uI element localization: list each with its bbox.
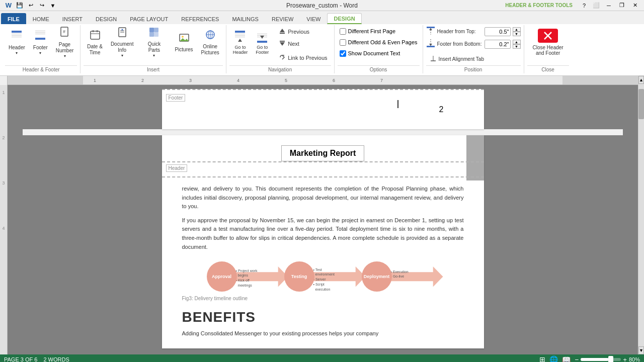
header-top-decrement[interactable]: ▼ [513, 32, 521, 36]
next-icon [279, 40, 286, 48]
svg-rect-29 [235, 34, 245, 34]
tab-view[interactable]: VIEW [300, 13, 327, 24]
print-layout-view-button[interactable]: ⊞ [539, 355, 545, 362]
scroll-down-button[interactable]: ▼ [638, 346, 644, 354]
online-pictures-button[interactable]: OnlinePictures [198, 26, 223, 58]
web-layout-view-button[interactable]: 🌐 [549, 355, 558, 362]
scroll-up-button[interactable]: ▲ [638, 76, 644, 84]
svg-text:#: # [63, 29, 65, 34]
minimize-button[interactable]: ─ [604, 2, 614, 10]
tab-mailings[interactable]: MAILINGS [225, 13, 265, 24]
insert-alignment-tab-button[interactable]: Insert Alignment Tab [426, 53, 521, 64]
svg-rect-33 [257, 41, 267, 43]
save-button[interactable]: 💾 [15, 1, 24, 10]
redo-button[interactable]: ↪ [37, 1, 46, 10]
date-time-button[interactable]: Date &Time [84, 26, 106, 58]
options-content: Different First Page Different Odd & Eve… [338, 26, 420, 64]
page-scroll[interactable]: Footer 2 Marketing Report [8, 85, 638, 354]
tab-insert[interactable]: INSERT [56, 13, 89, 24]
page-3-top: Marketing Report [162, 135, 484, 161]
zoom-slider-thumb[interactable] [608, 356, 613, 362]
svg-rect-34 [257, 34, 267, 34]
word-logo-icon: W [4, 1, 13, 10]
svg-rect-5 [35, 32, 45, 33]
svg-rect-45 [427, 46, 435, 47]
page-number-display: 2 [182, 95, 464, 124]
go-to-footer-button[interactable]: Go toFooter [252, 26, 272, 58]
show-document-text-checkbox[interactable] [340, 50, 346, 57]
next-button[interactable]: Next [275, 38, 331, 49]
footer-bottom-increment[interactable]: ▲ [513, 40, 521, 44]
header-top-increment[interactable]: ▲ [513, 27, 521, 32]
nav-col: Previous Next Link to Previous [275, 26, 331, 63]
customize-qat-button[interactable]: ▼ [48, 1, 57, 10]
document-info-button[interactable]: DocumentInfo ▾ [107, 26, 137, 58]
benefits-text: Adding Consolidated Messenger to your ex… [182, 329, 464, 338]
tab-home[interactable]: HOME [26, 13, 56, 24]
pages-container: Footer 2 Marketing Report [8, 85, 638, 352]
footer-button[interactable]: Footer ▾ [30, 26, 51, 58]
ribbon-group-position: Header from Top: ▲ ▼ Footer from Bottom:… [423, 25, 524, 73]
svg-point-23 [182, 36, 184, 38]
header-from-top-input[interactable] [485, 27, 511, 36]
ribbon-group-insert: Date &Time DocumentInfo ▾ Quick Parts ▾ [80, 25, 226, 73]
page-gap [23, 129, 623, 135]
tab-file[interactable]: FILE [1, 13, 26, 24]
navigation-group-label: Navigation [229, 65, 331, 72]
close-header-footer-button[interactable]: Close Headerand Footer [527, 26, 569, 58]
different-odd-even-option[interactable]: Different Odd & Even Pages [338, 37, 420, 47]
tab-design[interactable]: DESIGN [89, 13, 123, 24]
tab-page-layout[interactable]: PAGE LAYOUT [123, 13, 175, 24]
ribbon-group-options: Different First Page Different Odd & Eve… [335, 25, 423, 73]
help-button[interactable]: ? [580, 1, 589, 10]
different-first-page-option[interactable]: Different First Page [338, 26, 420, 36]
page-2-footer-section: Footer 2 [162, 89, 484, 129]
scroll-track[interactable] [638, 84, 644, 346]
show-document-text-option[interactable]: Show Document Text [338, 48, 420, 58]
options-group-label: Options [338, 65, 420, 72]
svg-rect-0 [12, 31, 22, 33]
footer-area: Footer 2 [162, 89, 484, 129]
different-odd-even-checkbox[interactable] [340, 39, 346, 46]
scroll-thumb[interactable] [638, 89, 644, 119]
hf-buttons: Header ▾ Footer ▾ # PageNumber ▾ [5, 26, 77, 64]
header-button[interactable]: Header ▾ [5, 26, 29, 58]
zoom-slider[interactable] [581, 358, 621, 361]
timeline-diagram: Approval • Project work begins • Kick of… [182, 261, 464, 292]
go-to-header-button[interactable]: Go toHeader [229, 26, 252, 58]
quick-parts-button[interactable]: Quick Parts ▾ [138, 26, 170, 58]
previous-button[interactable]: Previous [275, 26, 331, 37]
zoom-in-button[interactable]: + [623, 356, 627, 363]
footer-from-bottom-input[interactable] [485, 40, 511, 49]
horizontal-ruler: 1 2 3 4 5 6 7 [8, 76, 638, 85]
window-controls: HEADER & FOOTER TOOLS ? ⬜ ─ ❐ ✕ [505, 1, 640, 10]
svg-rect-39 [280, 33, 285, 34]
undo-button[interactable]: ↩ [26, 1, 35, 10]
svg-rect-41 [280, 41, 285, 42]
close-button[interactable]: ✕ [630, 2, 640, 10]
footer-icon [34, 29, 46, 44]
read-mode-button[interactable]: 📖 [562, 355, 571, 362]
restore-button[interactable]: ❐ [617, 2, 627, 10]
benefits-title: BENEFITS [182, 309, 464, 325]
pictures-button[interactable]: Pictures [171, 26, 196, 58]
vertical-scrollbar[interactable]: ▲ ▼ [638, 76, 644, 354]
ribbon-group-header-footer: Header ▾ Footer ▾ # PageNumber ▾ Header … [2, 25, 80, 73]
header-top-spinner: ▲ ▼ [513, 27, 521, 36]
left-margin-ruler: 1234 [0, 76, 8, 354]
svg-rect-30 [235, 35, 245, 36]
page-number-button[interactable]: # PageNumber ▾ [52, 26, 77, 58]
link-to-previous-button[interactable]: Link to Previous [275, 52, 331, 63]
svg-rect-18 [149, 28, 154, 32]
online-pictures-icon [205, 29, 216, 43]
footer-bottom-decrement[interactable]: ▼ [513, 44, 521, 49]
tab-design-hf[interactable]: DESIGN [327, 13, 361, 24]
word-count: 2 WORDS [43, 356, 69, 362]
ribbon-display-button[interactable]: ⬜ [592, 1, 601, 10]
tab-references[interactable]: REFERENCES [175, 13, 225, 24]
document-info-icon [117, 27, 128, 40]
tab-review[interactable]: REVIEW [265, 13, 300, 24]
different-first-page-checkbox[interactable] [340, 28, 346, 35]
insert-group-label: Insert [84, 65, 222, 72]
zoom-out-button[interactable]: − [575, 356, 579, 363]
